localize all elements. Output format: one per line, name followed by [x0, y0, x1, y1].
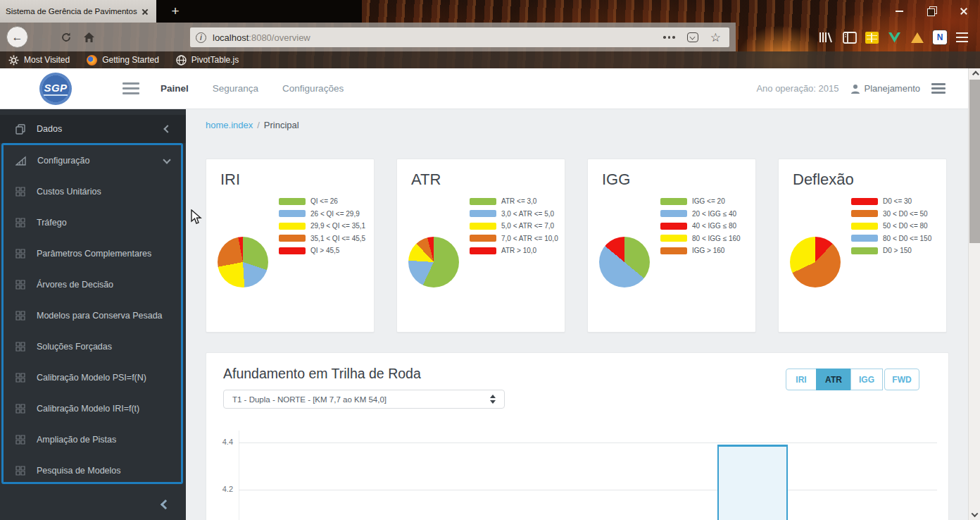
- bookmark-getting-started[interactable]: Getting Started: [87, 55, 159, 66]
- screen: Sistema de Gerência de Pavimentos + ← → …: [0, 0, 980, 520]
- browser-tab-title: Sistema de Gerência de Pavimentos: [6, 7, 139, 16]
- legend-label: IGG <= 20: [692, 197, 725, 205]
- sidebar-item-calibracao-psi[interactable]: Calibração Modelo PSI=f(N): [4, 362, 181, 393]
- scrollbar-up-button[interactable]: [969, 68, 980, 80]
- sgp-logo[interactable]: SGP: [39, 73, 72, 105]
- vue-devtools-button[interactable]: [888, 28, 901, 47]
- sidebar-toggle-button[interactable]: [842, 28, 857, 47]
- scrollbar-thumb[interactable]: [969, 80, 980, 243]
- legend-item: 20 < IGG ≤ 40: [660, 208, 741, 221]
- legend-item: 40 < IGG ≤ 80: [660, 220, 741, 233]
- window-close-button[interactable]: [948, 0, 980, 23]
- card-title: IGG: [602, 171, 630, 189]
- breadcrumb: home.index/Principal: [206, 120, 299, 130]
- sidebar-item-custos-unitarios[interactable]: Custos Unitários: [4, 176, 181, 207]
- forward-button[interactable]: →: [32, 26, 52, 48]
- legend-label: 35,1 < QI <= 45,5: [310, 235, 365, 242]
- y-axis-line: [239, 431, 239, 520]
- igg-pie-chart: [599, 237, 650, 287]
- card-iri: IRI QI <= 26 26 < QI <= 29,9 29,9 < QI <…: [206, 159, 375, 333]
- bookmark-most-visited[interactable]: Most Visited: [8, 55, 70, 66]
- tab-close-icon[interactable]: [139, 6, 151, 17]
- nav-item-seguranca[interactable]: Segurança: [213, 83, 258, 94]
- minimize-icon: [896, 11, 903, 12]
- sidebar-collapse-chevron-icon[interactable]: [161, 500, 170, 509]
- bookmark-pivottable[interactable]: PivotTable.js: [176, 55, 239, 66]
- library-icon: [818, 31, 834, 44]
- chevron-down-icon: [972, 510, 979, 517]
- sidebar-item-label: Dados: [37, 124, 62, 134]
- sidebar-item-label: Parâmetros Complementares: [37, 249, 151, 259]
- legend-item: D0 <= 30: [851, 195, 931, 208]
- legend-swatch: [470, 198, 496, 205]
- sidebar-item-solucoes-forcadas[interactable]: Soluções Forçadas: [4, 331, 181, 362]
- legend-label: IGG > 160: [692, 247, 724, 254]
- legend-item: 30 < D0 <= 50: [851, 208, 931, 221]
- back-button[interactable]: ←: [6, 26, 28, 48]
- nav-item-painel[interactable]: Painel: [161, 83, 189, 94]
- bookmark-star-icon[interactable]: ☆: [710, 32, 721, 44]
- legend-label: 40 < IGG ≤ 80: [692, 222, 736, 230]
- card-deflexao: Deflexão D0 <= 30 30 < D0 <= 50 50 < D0 …: [778, 159, 947, 333]
- extension-warning-button[interactable]: [911, 28, 924, 47]
- legend-item: 26 < QI <= 29,9: [279, 208, 365, 221]
- scrollbar-down-button[interactable]: [969, 509, 980, 520]
- grid-icon: [15, 466, 25, 476]
- chevron-left-icon: [163, 125, 171, 132]
- browser-menu-button[interactable]: [956, 28, 968, 47]
- sidebar-item-pesquisa-de-modelos[interactable]: Pesquisa de Modelos: [4, 455, 181, 486]
- new-tab-button[interactable]: +: [165, 1, 186, 21]
- restore-icon: [928, 8, 935, 15]
- sidebar-item-label: Ampliação de Pistas: [37, 435, 116, 445]
- sidebar-item-arvores-de-decisao[interactable]: Árvores de Decisão: [4, 269, 181, 300]
- legend-swatch: [470, 210, 496, 217]
- user-icon: [850, 84, 860, 94]
- breadcrumb-current: Principal: [264, 120, 299, 130]
- url-text[interactable]: localhost:8080/overview: [213, 32, 663, 43]
- legend-item: 5,0 < ATR <= 7,0: [470, 220, 558, 233]
- page-actions-icon[interactable]: [663, 36, 675, 39]
- page-scrollbar[interactable]: [968, 68, 980, 520]
- breadcrumb-link[interactable]: home.index: [206, 120, 253, 130]
- sidebar-item-configuracao[interactable]: Configuração: [4, 145, 181, 176]
- page-info-icon[interactable]: i: [196, 32, 206, 43]
- atr-pie-chart: [408, 237, 459, 287]
- home-button[interactable]: [79, 26, 99, 48]
- sidebar-item-dados[interactable]: Dados: [0, 115, 186, 143]
- legend-label: 80 < D0 <= 150: [883, 235, 931, 242]
- legend-swatch: [470, 247, 496, 254]
- gridline: [239, 490, 937, 490]
- legend-label: 20 < IGG ≤ 40: [692, 210, 736, 218]
- ramp-icon: [15, 156, 26, 166]
- library-button[interactable]: [818, 28, 834, 47]
- extension-yellow-grid-button[interactable]: [865, 28, 879, 47]
- atr-bar[interactable]: [717, 445, 788, 520]
- legend-swatch: [279, 247, 306, 254]
- sidebar-item-ampliacao-de-pistas[interactable]: Ampliação de Pistas: [4, 424, 181, 455]
- bar-chart-plot: 4.4 4.2: [206, 353, 950, 520]
- url-bar[interactable]: i localhost:8080/overview ☆: [190, 27, 729, 47]
- bookmark-label: Getting Started: [102, 55, 159, 65]
- sidebar-item-parametros-complementares[interactable]: Parâmetros Complementares: [4, 238, 181, 269]
- sidebar-item-calibracao-iri[interactable]: Calibração Modelo IRI=f(t): [4, 393, 181, 424]
- window-restore-button[interactable]: [915, 0, 948, 23]
- extension-n-button[interactable]: N: [933, 28, 947, 47]
- legend-swatch: [851, 223, 878, 230]
- reload-button[interactable]: [56, 26, 76, 48]
- sidebar-item-label: Custos Unitários: [37, 187, 101, 197]
- legend-swatch: [851, 210, 878, 217]
- globe-icon: [176, 55, 187, 66]
- settings-hamburger-icon[interactable]: [931, 83, 946, 93]
- sidebar-item-modelos-conserva-pesada[interactable]: Modelos para Conserva Pesada: [4, 300, 181, 331]
- browser-tab[interactable]: Sistema de Gerência de Pavimentos: [0, 0, 156, 23]
- yellow-grid-extension-icon: [865, 32, 879, 44]
- sidebar-item-trafego[interactable]: Tráfego: [4, 207, 181, 238]
- user-menu[interactable]: Planejamento: [850, 83, 921, 94]
- card-title: Deflexão: [793, 171, 854, 189]
- pocket-icon[interactable]: [687, 32, 698, 42]
- legend-item: QI <= 26: [279, 195, 365, 208]
- window-minimize-button[interactable]: [883, 0, 915, 23]
- sidebar-toggle-hamburger-icon[interactable]: [122, 82, 139, 94]
- card-legend: D0 <= 30 30 < D0 <= 50 50 < D0 <= 80 80 …: [851, 195, 931, 257]
- nav-item-configuracoes[interactable]: Configurações: [282, 83, 344, 94]
